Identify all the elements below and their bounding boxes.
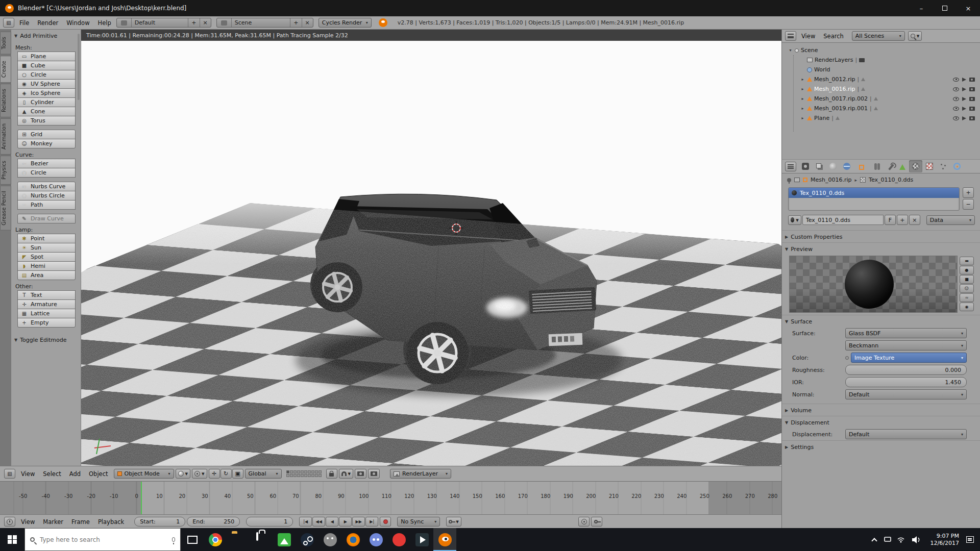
selectability-arrow-icon[interactable] — [962, 87, 966, 91]
renderability-camera-icon[interactable] — [969, 116, 975, 120]
playback-button[interactable]: ◀ — [326, 517, 338, 527]
add-mesh-button[interactable]: ☺ Monkey — [17, 139, 76, 148]
renderlayer-select[interactable]: RenderLayer ▾ — [390, 469, 451, 479]
selectability-arrow-icon[interactable] — [962, 97, 966, 101]
tab-material[interactable] — [909, 160, 922, 172]
surface-panel-header[interactable]: ▼ Surface — [782, 315, 980, 327]
timeline-track[interactable]: -50-40-30-20-100102030405060708090100110… — [0, 482, 781, 514]
taskbar-search[interactable] — [24, 528, 181, 551]
hidden-icons-chevron[interactable] — [871, 538, 877, 543]
expander-icon[interactable]: ▾ — [788, 48, 793, 53]
viewport-shading-button[interactable]: ▾ — [176, 469, 191, 479]
selectability-arrow-icon[interactable] — [962, 107, 966, 111]
opengl-render-anim-button[interactable] — [368, 469, 380, 479]
renderability-camera-icon[interactable] — [969, 78, 975, 82]
preview-type-button[interactable]: ≈ — [960, 293, 974, 302]
timeline-menu-item[interactable]: Playback — [94, 518, 128, 525]
breadcrumb-object[interactable]: Mesh_0016.rip — [811, 177, 852, 183]
menu-item[interactable]: Render — [33, 19, 62, 27]
add-curve-button[interactable]: ✎ Draw Curve — [17, 214, 76, 223]
sync-mode-select[interactable]: No Sync ▾ — [397, 517, 440, 527]
add-mesh-button[interactable]: ⊞ Grid — [17, 130, 76, 139]
add-layout-button[interactable]: + — [188, 18, 199, 27]
start-frame-field[interactable]: Start: 1 — [134, 517, 185, 527]
viewport-menu-item[interactable]: Object — [85, 470, 112, 478]
add-lamp-button[interactable]: ▤ Area — [17, 270, 76, 280]
manipulator-toggle[interactable]: ✛ — [209, 469, 220, 479]
renderability-camera-icon[interactable] — [969, 107, 975, 111]
viewport-menu-item[interactable]: Add — [65, 470, 85, 478]
volume-panel-header[interactable]: ▶ Volume — [782, 404, 980, 416]
add-curve-button[interactable]: ≈ Nurbs Curve — [17, 182, 76, 191]
material-slot-selected[interactable]: Tex_0110_0.dds — [789, 188, 959, 198]
outliner-row[interactable]: ▸ Mesh_0012.rip | — [786, 74, 980, 84]
settings-panel-header[interactable]: ▶ Settings — [782, 440, 980, 453]
preview-panel-header[interactable]: ▼ Preview — [782, 242, 980, 255]
breadcrumb-material[interactable]: Tex_0110_0.dds — [869, 177, 913, 183]
playback-button[interactable]: ▶▶ — [352, 517, 365, 527]
outliner-row[interactable]: ▸ Mesh_0019.rip.001 | — [786, 104, 980, 113]
distribution-select[interactable]: Beckmann ▾ — [845, 340, 967, 350]
tab-render[interactable] — [799, 160, 812, 172]
scene-selector[interactable]: Scene + × — [216, 18, 313, 28]
renderability-camera-icon[interactable] — [969, 87, 975, 91]
render-engine-select[interactable]: Cycles Render ▾ — [318, 18, 372, 28]
preview-type-button[interactable]: ● — [960, 266, 974, 274]
material-link-select[interactable]: Data ▾ — [926, 215, 975, 225]
taskbar-app-file-explorer[interactable] — [227, 528, 250, 551]
outliner-row[interactable]: ▸ Plane | — [786, 113, 980, 123]
timeline-menu-item[interactable]: Marker — [39, 518, 67, 525]
delete-layout-button[interactable]: × — [200, 18, 211, 27]
layers-widget[interactable] — [286, 470, 322, 477]
visibility-eye-icon[interactable] — [953, 97, 959, 101]
taskbar-clock[interactable]: 9:07 PM 12/6/2017 — [930, 533, 959, 547]
display-filter-select[interactable]: All Scenes ▾ — [852, 31, 905, 41]
search-input[interactable] — [39, 536, 168, 544]
editor-type-icon[interactable]: ▧ — [3, 18, 14, 28]
outliner-row[interactable]: RenderLayers | — [786, 55, 980, 65]
add-mesh-button[interactable]: ▭ Plane — [17, 52, 76, 61]
color-input-select[interactable]: Image Texture ▾ — [851, 353, 967, 363]
record-button[interactable] — [380, 517, 391, 527]
transform-orientation-select[interactable]: Global ▾ — [245, 469, 282, 479]
taskbar-app-store[interactable] — [250, 528, 273, 551]
tab-modifiers[interactable] — [881, 160, 895, 172]
viewport-menu-item[interactable]: Select — [39, 470, 65, 478]
expander-icon[interactable]: ▸ — [800, 96, 805, 101]
microphone-icon[interactable] — [172, 537, 175, 542]
add-lamp-button[interactable]: ◗ Hemi — [17, 261, 76, 271]
start-button[interactable] — [0, 528, 24, 551]
manipulator-toggle[interactable]: ▣ — [232, 469, 243, 479]
add-lamp-button[interactable]: ✱ Point — [17, 234, 76, 243]
screen-layout-selector[interactable]: Default + × — [116, 18, 211, 28]
material-name-field[interactable] — [802, 215, 884, 225]
selectability-arrow-icon[interactable] — [962, 116, 966, 120]
displacement-input-select[interactable]: Default ▾ — [845, 429, 967, 439]
add-curve-button[interactable]: ○ Circle — [17, 168, 76, 178]
add-mesh-button[interactable]: ◈ Ico Sphere — [17, 88, 76, 98]
playback-button[interactable]: ▶ — [339, 517, 352, 527]
renderability-camera-icon[interactable] — [969, 97, 975, 101]
tab-object-data[interactable] — [895, 160, 909, 172]
taskbar-app-discord[interactable] — [364, 528, 387, 551]
visibility-eye-icon[interactable] — [953, 87, 959, 91]
custom-properties-panel-header[interactable]: ▶ Custom Properties — [782, 230, 980, 242]
surface-shader-select[interactable]: Glass BSDF ▾ — [845, 328, 967, 338]
keying-set-button[interactable]: ▾ — [446, 517, 461, 527]
visibility-eye-icon[interactable] — [953, 116, 959, 120]
toolshelf-tab[interactable]: Grease Pencil — [0, 186, 11, 231]
add-mesh-button[interactable]: ■ Cube — [17, 61, 76, 70]
add-lamp-button[interactable]: ☀ Sun — [17, 243, 76, 253]
minimize-button[interactable]: – — [910, 0, 933, 16]
normal-input-select[interactable]: Default ▾ — [845, 389, 967, 399]
taskbar-app-blender[interactable] — [433, 528, 456, 551]
outliner-row[interactable]: ▾ Scene | — [786, 45, 980, 55]
auto-keyframe-button[interactable] — [578, 517, 590, 527]
add-curve-button[interactable]: ┄ Path — [17, 200, 76, 210]
close-button[interactable]: × — [957, 0, 980, 16]
taskbar-app-gimp[interactable] — [318, 528, 341, 551]
menu-item[interactable]: Help — [94, 19, 115, 27]
pivot-point-button[interactable]: ▾ — [192, 469, 207, 479]
tab-object[interactable] — [854, 160, 867, 172]
toggle-editmode-panel-header[interactable]: ▼ Toggle Editmode — [11, 334, 81, 345]
